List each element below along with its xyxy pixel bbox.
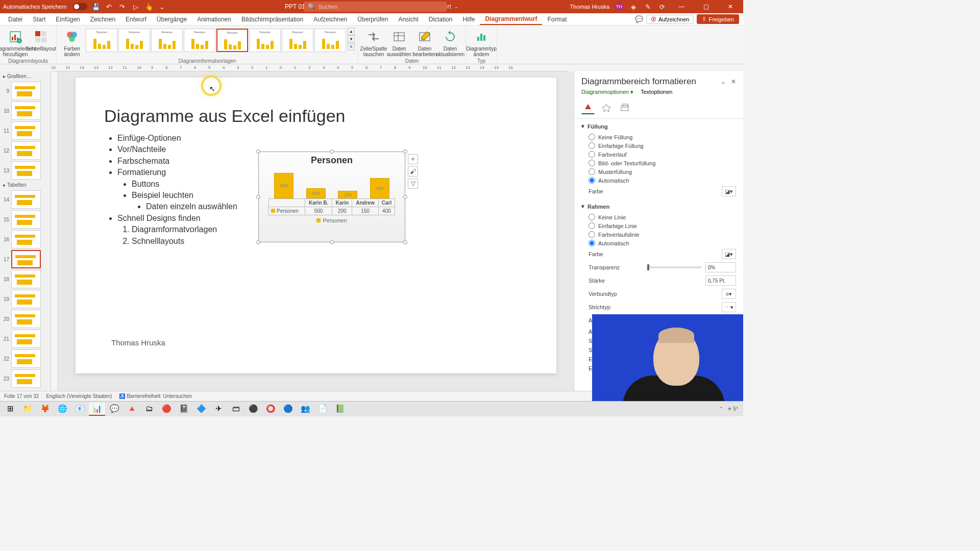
border-section-header[interactable]: ▾ Rahmen <box>581 203 736 210</box>
thumbnail-10[interactable]: 10 <box>1 102 50 120</box>
embedded-chart[interactable]: Personen 500200150400 Karin B.KarinAndre… <box>258 152 405 242</box>
thumbnail-12[interactable]: 12 <box>1 141 50 160</box>
explorer-icon[interactable]: 📁 <box>19 403 36 416</box>
app-icon-4[interactable]: 🗃 <box>228 403 244 416</box>
fill-section-header[interactable]: ▾ Füllung <box>581 123 736 130</box>
fill-auto-radio[interactable]: Automatisch <box>581 176 736 185</box>
pen-icon[interactable]: ✎ <box>643 2 652 11</box>
width-value[interactable]: 0,75 Pt. <box>705 276 736 286</box>
minimize-button[interactable]: — <box>672 0 691 13</box>
chart-style-7[interactable]: Personen <box>282 29 313 52</box>
app-icon-9[interactable]: 📄 <box>314 403 331 416</box>
chart-legend[interactable]: Personen <box>259 217 405 223</box>
start-button[interactable]: ⊞ <box>2 403 18 416</box>
weather-widget[interactable]: ☀ 5° <box>727 406 738 412</box>
accessibility-check[interactable]: ♿ Barrierefreiheit: Untersuchen <box>119 393 192 399</box>
app-icon-7[interactable]: 🔵 <box>280 403 296 416</box>
thumbnail-18[interactable]: 18 <box>1 270 50 288</box>
thumbnail-11[interactable]: 11 <box>1 121 50 140</box>
thumbnail-14[interactable]: 14 <box>1 190 50 209</box>
size-props-icon[interactable] <box>618 101 631 114</box>
line-none-radio[interactable]: Keine Linie <box>581 213 736 221</box>
redo-icon[interactable]: ↷ <box>118 2 127 11</box>
firefox-icon[interactable]: 🦊 <box>37 403 53 416</box>
visio-icon[interactable]: 🔷 <box>193 403 209 416</box>
dropdown-icon[interactable]: ⌄ <box>454 4 458 9</box>
username[interactable]: Thomas Hruska <box>570 4 609 10</box>
fill-pattern-radio[interactable]: Musterfüllung <box>581 167 736 176</box>
fill-line-icon[interactable] <box>581 101 595 114</box>
slide-content[interactable]: Einfüge-Optionen Vor/Nachteile Farbschem… <box>105 133 237 247</box>
chart-style-6[interactable]: Personen <box>249 29 281 52</box>
tab-dictation[interactable]: Dictation <box>424 13 458 25</box>
transparency-slider[interactable] <box>647 266 702 268</box>
add-chart-element-button[interactable]: + Diagrammelement hinzufügen <box>3 28 28 58</box>
slide-thumbnails-panel[interactable]: ▸ Grafiken… 910111213 ▸ Tabellen 1415161… <box>0 71 51 396</box>
avatar[interactable]: TH <box>615 2 624 11</box>
app-icon-8[interactable]: 👥 <box>297 403 313 416</box>
maximize-button[interactable]: ▢ <box>696 0 716 13</box>
fill-picture-radio[interactable]: Bild- oder Texturfüllung <box>581 159 736 167</box>
share-button[interactable]: ⇧Freigeben <box>697 14 739 24</box>
change-colors-button[interactable]: Farben ändern <box>60 28 84 58</box>
thumbnail-22[interactable]: 22 <box>1 349 50 368</box>
chart-elements-button[interactable]: + <box>408 154 418 164</box>
app-icon-2[interactable]: 🗂 <box>141 403 157 416</box>
vlc-icon[interactable]: 🔺 <box>124 403 140 416</box>
tab-format[interactable]: Format <box>542 13 572 25</box>
app-icon-1[interactable]: 💬 <box>106 403 122 416</box>
outlook-icon[interactable]: 📧 <box>71 403 88 416</box>
chart-data-table[interactable]: Karin B.KarinAndrewCarl Personen50020015… <box>268 198 395 215</box>
slide-title[interactable]: Diagramme aus Excel einfügen <box>104 106 345 126</box>
tab-einfuegen[interactable]: Einfügen <box>51 13 85 25</box>
app-icon-5[interactable]: ⚫ <box>245 403 261 416</box>
line-auto-radio[interactable]: Automatisch <box>581 239 736 247</box>
chart-style-1[interactable]: Personen <box>86 29 117 52</box>
telegram-icon[interactable]: ✈ <box>210 403 227 416</box>
line-color-button[interactable]: ◪▾ <box>722 249 736 259</box>
refresh-data-button[interactable]: Daten aktualisieren <box>438 28 462 58</box>
record-button[interactable]: ⦿Aufzeichnen <box>646 15 694 24</box>
save-icon[interactable]: 💾 <box>91 2 101 11</box>
slide-counter[interactable]: Folie 17 von 32 <box>4 393 39 399</box>
chart-filter-button[interactable]: ▽ <box>408 179 418 189</box>
fill-solid-radio[interactable]: Einfarbige Füllung <box>581 141 736 150</box>
tab-datei[interactable]: Datei <box>3 13 28 25</box>
styles-scroll[interactable]: ▴▾≡ <box>348 28 355 51</box>
pane-close-icon[interactable]: ✕ <box>731 78 736 85</box>
tab-uebergaenge[interactable]: Übergänge <box>152 13 192 25</box>
thumbnail-23[interactable]: 23 <box>1 369 50 388</box>
chart-style-2[interactable]: Personen <box>118 29 150 52</box>
pane-options-icon[interactable]: ⌄ <box>721 78 726 85</box>
app-icon-3[interactable]: 🔴 <box>158 403 175 416</box>
chrome-icon[interactable]: 🌐 <box>54 403 70 416</box>
tab-ueberpruefen[interactable]: Überprüfen <box>352 13 393 25</box>
slide-canvas[interactable]: Diagramme aus Excel einfügen Einfüge-Opt… <box>58 71 574 396</box>
thumbnail-17[interactable]: 17 <box>1 250 50 268</box>
tab-aufzeichnen[interactable]: Aufzeichnen <box>308 13 352 25</box>
line-solid-radio[interactable]: Einfarbige Linie <box>581 221 736 230</box>
switch-row-col-button[interactable]: Zeile/Spalte tauschen <box>361 28 386 58</box>
dash-button[interactable]: ⋯▾ <box>722 302 736 312</box>
tab-entwurf[interactable]: Entwurf <box>120 13 152 25</box>
chart-style-3[interactable]: Personen <box>151 29 183 52</box>
quick-layout-button[interactable]: Schnelllayout <box>29 28 53 53</box>
search-input[interactable] <box>318 4 443 10</box>
thumbnail-21[interactable]: 21 <box>1 330 50 348</box>
section-tabellen[interactable]: ▸ Tabellen <box>1 181 50 189</box>
section-grafiken[interactable]: ▸ Grafiken… <box>1 72 50 80</box>
thumbnail-20[interactable]: 20 <box>1 310 50 328</box>
qat-more-icon[interactable]: ⌄ <box>158 2 167 11</box>
diamond-icon[interactable]: ◈ <box>629 2 638 11</box>
text-options-tab[interactable]: Textoptionen <box>641 89 672 96</box>
close-button[interactable]: ✕ <box>721 0 740 13</box>
tray-chevron-icon[interactable]: ⌃ <box>719 406 723 412</box>
touch-icon[interactable]: 👆 <box>144 2 154 11</box>
autosave-toggle[interactable] <box>73 3 87 10</box>
thumbnail-15[interactable]: 15 <box>1 210 50 229</box>
thumbnail-16[interactable]: 16 <box>1 230 50 248</box>
tab-animationen[interactable]: Animationen <box>192 13 236 25</box>
chart-style-5[interactable]: Personen <box>216 29 248 52</box>
thumbnail-13[interactable]: 13 <box>1 161 50 180</box>
slideshow-icon[interactable]: ▷ <box>131 2 140 11</box>
